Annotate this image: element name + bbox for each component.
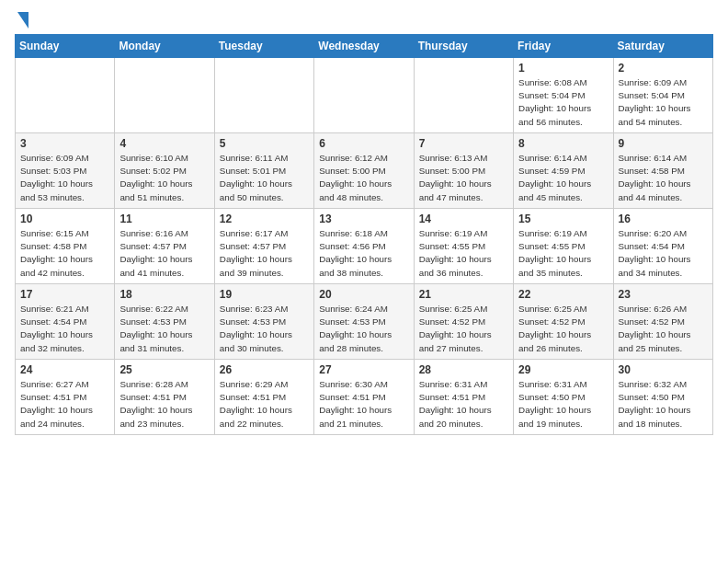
calendar-cell: 10Sunrise: 6:15 AMSunset: 4:58 PMDayligh… [16,209,115,284]
calendar-cell [16,58,115,133]
day-info: Sunrise: 6:20 AMSunset: 4:54 PMDaylight:… [619,227,708,280]
calendar-cell: 26Sunrise: 6:29 AMSunset: 4:51 PMDayligh… [214,360,313,435]
calendar-cell: 17Sunrise: 6:21 AMSunset: 4:54 PMDayligh… [16,284,115,360]
day-number: 29 [518,363,608,376]
calendar-cell: 6Sunrise: 6:12 AMSunset: 5:00 PMDaylight… [314,133,414,209]
dow-header-thursday: Thursday [414,35,513,58]
day-number: 27 [319,363,408,376]
calendar-cell: 12Sunrise: 6:17 AMSunset: 4:57 PMDayligh… [214,209,313,284]
day-info: Sunrise: 6:12 AMSunset: 5:00 PMDaylight:… [319,152,408,204]
day-number: 23 [619,288,708,301]
calendar-cell: 5Sunrise: 6:11 AMSunset: 5:01 PMDaylight… [214,133,313,209]
calendar-cell: 9Sunrise: 6:14 AMSunset: 4:58 PMDaylight… [613,133,712,209]
day-number: 21 [419,288,508,301]
day-info: Sunrise: 6:17 AMSunset: 4:57 PMDaylight:… [220,227,309,280]
day-number: 26 [220,363,309,376]
calendar-cell: 24Sunrise: 6:27 AMSunset: 4:51 PMDayligh… [16,360,115,435]
dow-header-tuesday: Tuesday [214,35,313,58]
day-number: 4 [119,137,209,150]
day-info: Sunrise: 6:11 AMSunset: 5:01 PMDaylight:… [220,152,309,204]
calendar-week-4: 17Sunrise: 6:21 AMSunset: 4:54 PMDayligh… [16,284,713,360]
day-number: 20 [319,288,408,301]
calendar-cell: 8Sunrise: 6:14 AMSunset: 4:59 PMDaylight… [514,133,613,209]
calendar-cell: 2Sunrise: 6:09 AMSunset: 5:04 PMDaylight… [613,58,712,133]
day-info: Sunrise: 6:19 AMSunset: 4:55 PMDaylight:… [419,227,508,280]
calendar-cell: 28Sunrise: 6:31 AMSunset: 4:51 PMDayligh… [414,360,513,435]
day-number: 30 [619,363,708,376]
day-info: Sunrise: 6:09 AMSunset: 5:04 PMDaylight:… [619,76,708,129]
calendar-cell: 18Sunrise: 6:22 AMSunset: 4:53 PMDayligh… [115,284,214,360]
header [15,15,713,27]
day-number: 9 [619,137,708,150]
calendar-cell: 15Sunrise: 6:19 AMSunset: 4:55 PMDayligh… [514,209,613,284]
day-info: Sunrise: 6:27 AMSunset: 4:51 PMDaylight:… [20,378,109,431]
calendar-cell: 25Sunrise: 6:28 AMSunset: 4:51 PMDayligh… [115,360,214,435]
calendar-cell [414,58,513,133]
day-info: Sunrise: 6:14 AMSunset: 4:59 PMDaylight:… [518,152,608,204]
calendar-cell: 27Sunrise: 6:30 AMSunset: 4:51 PMDayligh… [314,360,414,435]
day-info: Sunrise: 6:19 AMSunset: 4:55 PMDaylight:… [518,227,608,280]
calendar-cell: 14Sunrise: 6:19 AMSunset: 4:55 PMDayligh… [414,209,513,284]
calendar-cell [115,58,214,133]
day-info: Sunrise: 6:26 AMSunset: 4:52 PMDaylight:… [619,303,708,355]
day-number: 6 [319,137,408,150]
dow-header-monday: Monday [115,35,214,58]
day-info: Sunrise: 6:16 AMSunset: 4:57 PMDaylight:… [119,227,209,280]
day-number: 2 [619,62,708,75]
calendar-cell: 19Sunrise: 6:23 AMSunset: 4:53 PMDayligh… [214,284,313,360]
dow-header-saturday: Saturday [613,35,712,58]
day-number: 14 [419,213,508,225]
day-number: 7 [419,137,508,150]
day-info: Sunrise: 6:28 AMSunset: 4:51 PMDaylight:… [119,378,209,431]
calendar-cell: 13Sunrise: 6:18 AMSunset: 4:56 PMDayligh… [314,209,414,284]
day-info: Sunrise: 6:13 AMSunset: 5:00 PMDaylight:… [419,152,508,204]
day-info: Sunrise: 6:18 AMSunset: 4:56 PMDaylight:… [319,227,408,280]
day-of-week-row: SundayMondayTuesdayWednesdayThursdayFrid… [16,35,713,58]
calendar-cell: 22Sunrise: 6:25 AMSunset: 4:52 PMDayligh… [514,284,613,360]
day-info: Sunrise: 6:30 AMSunset: 4:51 PMDaylight:… [319,378,408,431]
day-info: Sunrise: 6:09 AMSunset: 5:03 PMDaylight:… [20,152,109,204]
calendar-cell: 21Sunrise: 6:25 AMSunset: 4:52 PMDayligh… [414,284,513,360]
day-info: Sunrise: 6:25 AMSunset: 4:52 PMDaylight:… [419,303,508,355]
day-info: Sunrise: 6:31 AMSunset: 4:50 PMDaylight:… [518,378,608,431]
calendar-cell: 3Sunrise: 6:09 AMSunset: 5:03 PMDaylight… [16,133,115,209]
day-info: Sunrise: 6:32 AMSunset: 4:50 PMDaylight:… [619,378,708,431]
day-number: 13 [319,213,408,225]
day-number: 1 [518,62,608,75]
calendar-cell: 4Sunrise: 6:10 AMSunset: 5:02 PMDaylight… [115,133,214,209]
day-info: Sunrise: 6:22 AMSunset: 4:53 PMDaylight:… [119,303,209,355]
logo [15,15,28,27]
day-info: Sunrise: 6:24 AMSunset: 4:53 PMDaylight:… [319,303,408,355]
calendar-week-1: 1Sunrise: 6:08 AMSunset: 5:04 PMDaylight… [16,58,713,133]
dow-header-sunday: Sunday [16,35,115,58]
day-info: Sunrise: 6:21 AMSunset: 4:54 PMDaylight:… [20,303,109,355]
calendar-week-5: 24Sunrise: 6:27 AMSunset: 4:51 PMDayligh… [16,360,713,435]
calendar-cell [314,58,414,133]
day-number: 3 [20,137,109,150]
calendar-cell: 1Sunrise: 6:08 AMSunset: 5:04 PMDaylight… [514,58,613,133]
calendar-cell: 16Sunrise: 6:20 AMSunset: 4:54 PMDayligh… [613,209,712,284]
day-number: 5 [220,137,309,150]
day-info: Sunrise: 6:10 AMSunset: 5:02 PMDaylight:… [119,152,209,204]
day-number: 8 [518,137,608,150]
day-number: 16 [619,213,708,225]
day-number: 22 [518,288,608,301]
day-number: 17 [20,288,109,301]
day-info: Sunrise: 6:29 AMSunset: 4:51 PMDaylight:… [220,378,309,431]
day-number: 11 [119,213,209,225]
day-number: 28 [419,363,508,376]
calendar-cell: 29Sunrise: 6:31 AMSunset: 4:50 PMDayligh… [514,360,613,435]
calendar: SundayMondayTuesdayWednesdayThursdayFrid… [15,34,713,435]
day-number: 19 [220,288,309,301]
calendar-week-2: 3Sunrise: 6:09 AMSunset: 5:03 PMDaylight… [16,133,713,209]
day-info: Sunrise: 6:31 AMSunset: 4:51 PMDaylight:… [419,378,508,431]
logo-triangle-icon [17,12,28,29]
calendar-cell: 20Sunrise: 6:24 AMSunset: 4:53 PMDayligh… [314,284,414,360]
day-info: Sunrise: 6:23 AMSunset: 4:53 PMDaylight:… [220,303,309,355]
calendar-cell: 23Sunrise: 6:26 AMSunset: 4:52 PMDayligh… [613,284,712,360]
calendar-body: 1Sunrise: 6:08 AMSunset: 5:04 PMDaylight… [16,58,713,435]
dow-header-wednesday: Wednesday [314,35,414,58]
calendar-cell: 30Sunrise: 6:32 AMSunset: 4:50 PMDayligh… [613,360,712,435]
day-info: Sunrise: 6:08 AMSunset: 5:04 PMDaylight:… [518,76,608,129]
day-number: 25 [119,363,209,376]
